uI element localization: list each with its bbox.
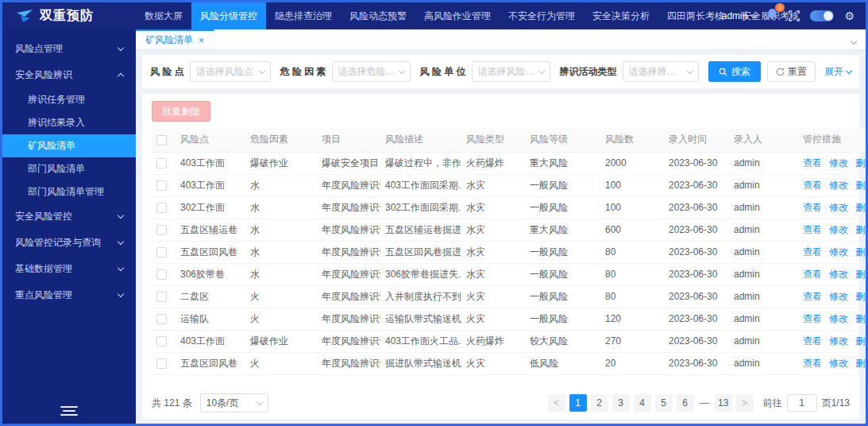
sidebar-collapse-button[interactable]	[2, 406, 136, 416]
nav-item[interactable]: 高风险作业管理	[415, 2, 500, 29]
nav-item[interactable]: 安全决策分析	[584, 2, 658, 29]
filter-select[interactable]: 请选择风险点	[190, 61, 271, 82]
sidebar-item-安全风险管控[interactable]: 安全风险管控	[2, 203, 136, 230]
tabbar-dropdown-icon[interactable]	[851, 33, 866, 47]
view-link[interactable]: 查看	[803, 358, 822, 369]
page-button-2[interactable]: 2	[591, 394, 608, 412]
edit-link[interactable]: 修改	[829, 335, 848, 347]
sidebar-item-风险点管理[interactable]: 风险点管理	[2, 36, 136, 62]
row-checkbox[interactable]	[156, 247, 167, 258]
view-link[interactable]: 查看	[803, 291, 822, 302]
page-button-4[interactable]: 4	[634, 394, 651, 412]
nav-item[interactable]: 数据大屏	[136, 2, 191, 29]
sidebar-menu: 风险点管理安全风险辨识辨识任务管理辨识结果录入矿风险清单部门风险清单部门风险清单…	[2, 36, 136, 308]
chevron-down-icon	[538, 67, 544, 73]
next-page-button[interactable]: >	[736, 394, 754, 412]
edit-link[interactable]: 修改	[829, 202, 848, 213]
page-button-6[interactable]: 6	[677, 394, 694, 412]
sidebar-item-风险管控记录与查询[interactable]: 风险管控记录与查询	[2, 230, 136, 256]
page-button-13[interactable]: 13	[715, 394, 732, 412]
delete-link[interactable]: 删除	[855, 246, 868, 258]
chevron-down-icon	[687, 67, 693, 73]
edit-link[interactable]: 修改	[829, 313, 848, 324]
page-button-5[interactable]: 5	[655, 394, 673, 412]
filter-select[interactable]: 请选择风险单位	[472, 61, 550, 82]
view-link[interactable]: 查看	[803, 269, 822, 280]
view-link[interactable]: 查看	[803, 202, 822, 213]
chevron-down-icon	[398, 67, 404, 73]
select-all-checkbox[interactable]	[156, 135, 167, 145]
sidebar-item-部门风险清单管理[interactable]: 部门风险清单管理	[2, 180, 136, 203]
reset-button[interactable]: 重置	[767, 61, 816, 82]
row-checkbox[interactable]	[156, 314, 167, 324]
nav-item[interactable]: 隐患排查治理	[266, 2, 341, 29]
row-checkbox[interactable]	[156, 336, 167, 347]
delete-link[interactable]: 删除	[855, 180, 868, 191]
edit-link[interactable]: 修改	[829, 269, 848, 280]
theme-toggle[interactable]	[810, 10, 834, 21]
nav-item[interactable]: 风险动态预警	[341, 2, 415, 29]
tab-mine-risk-list[interactable]: 矿风险清单 ×	[136, 29, 214, 49]
delete-link[interactable]: 删除	[855, 224, 868, 235]
table-row: 运输队火年度风险辨识评估...运输队带式输送机...火灾一般风险1202023-…	[152, 308, 868, 330]
prev-page-button[interactable]: <	[548, 394, 565, 412]
row-checkbox[interactable]	[156, 225, 167, 235]
nav-item[interactable]: 风险分级管控	[191, 2, 266, 29]
filter-select[interactable]: 请选择辨识活动类型	[623, 61, 699, 82]
fullscreen-icon[interactable]	[789, 10, 800, 21]
view-link[interactable]: 查看	[803, 180, 822, 191]
row-checkbox[interactable]	[156, 358, 167, 369]
column-header: 项目	[317, 128, 380, 152]
sidebar-item-重点风险管理[interactable]: 重点风险管理	[2, 282, 136, 308]
reset-button-label: 重置	[788, 65, 807, 79]
delete-link[interactable]: 删除	[855, 202, 868, 213]
page-size-select[interactable]: 10条/页	[200, 393, 268, 412]
table-cell: admin	[729, 241, 798, 263]
row-checkbox[interactable]	[156, 269, 167, 280]
row-checkbox[interactable]	[156, 158, 167, 168]
edit-link[interactable]: 修改	[829, 157, 848, 168]
sidebar-item-部门风险清单[interactable]: 部门风险清单	[2, 157, 136, 180]
sidebar-item-安全风险辨识[interactable]: 安全风险辨识	[2, 62, 136, 88]
delete-link[interactable]: 删除	[855, 358, 868, 369]
row-checkbox[interactable]	[156, 292, 167, 302]
delete-link[interactable]: 删除	[855, 269, 868, 280]
edit-link[interactable]: 修改	[829, 180, 848, 191]
page-button-1[interactable]: 1	[569, 394, 587, 412]
batch-delete-button[interactable]: 批量删除	[152, 101, 210, 122]
expand-filters-link[interactable]: 展开	[824, 65, 851, 79]
view-link[interactable]: 查看	[803, 157, 822, 168]
user-menu[interactable]: admin	[722, 10, 757, 21]
page-button-3[interactable]: 3	[612, 394, 630, 412]
nav-item[interactable]: 不安全行为管理	[500, 2, 584, 29]
view-link[interactable]: 查看	[803, 246, 822, 258]
table-cell: 2023-06-30	[664, 285, 729, 308]
notification-bell-icon[interactable]: 2	[766, 8, 778, 24]
edit-link[interactable]: 修改	[829, 224, 848, 235]
delete-link[interactable]: 删除	[855, 335, 868, 347]
edit-link[interactable]: 修改	[829, 358, 848, 369]
row-checkbox[interactable]	[156, 203, 167, 213]
delete-link[interactable]: 删除	[855, 313, 868, 324]
table-cell: 低风险	[525, 352, 600, 374]
view-link[interactable]: 查看	[803, 313, 822, 324]
sidebar-item-基础数据管理[interactable]: 基础数据管理	[2, 256, 136, 282]
edit-link[interactable]: 修改	[829, 246, 848, 258]
sidebar-item-辨识结果录入[interactable]: 辨识结果录入	[2, 111, 136, 134]
row-checkbox[interactable]	[156, 180, 167, 191]
tab-close-icon[interactable]: ×	[199, 36, 204, 45]
view-link[interactable]: 查看	[803, 335, 822, 347]
sidebar-item-辨识任务管理[interactable]: 辨识任务管理	[2, 88, 136, 111]
sidebar-item-矿风险清单[interactable]: 矿风险清单	[2, 134, 136, 157]
jump-page-input[interactable]	[787, 394, 817, 412]
chevron-down-icon	[750, 11, 757, 17]
edit-link[interactable]: 修改	[829, 291, 848, 302]
delete-link[interactable]: 删除	[855, 157, 868, 168]
delete-link[interactable]: 删除	[855, 291, 868, 302]
table-cell: admin	[729, 219, 798, 241]
search-button[interactable]: 搜索	[708, 61, 761, 82]
view-link[interactable]: 查看	[803, 224, 822, 235]
sidebar-item-label: 基础数据管理	[15, 262, 72, 276]
settings-gear-icon[interactable]: ⚙	[844, 10, 854, 21]
filter-select[interactable]: 请选择危险因素	[332, 61, 411, 82]
